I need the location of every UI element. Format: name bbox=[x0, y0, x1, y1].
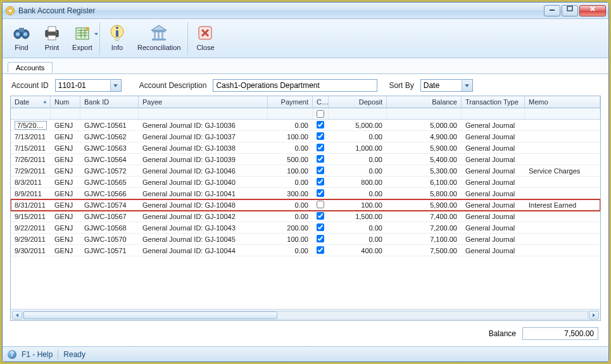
help-icon[interactable]: ? bbox=[8, 350, 16, 359]
cell-bankid: GJWC-10565 bbox=[80, 178, 139, 187]
table-row[interactable]: 8/9/2011GENJGJWC-10566General Journal ID… bbox=[11, 188, 600, 199]
clr-checkbox[interactable] bbox=[317, 246, 324, 254]
window-controls bbox=[544, 5, 606, 16]
reconciliation-button[interactable]: Reconciliation bbox=[132, 21, 186, 53]
cell-num: GENJ bbox=[51, 223, 80, 232]
info-button[interactable]: Info bbox=[102, 21, 132, 53]
col-bankid[interactable]: Bank ID bbox=[80, 96, 139, 108]
export-button[interactable]: Export bbox=[67, 21, 98, 53]
chevron-down-icon[interactable] bbox=[462, 80, 472, 91]
col-num[interactable]: Num bbox=[51, 96, 80, 108]
cell-payment: 0.00 bbox=[268, 201, 313, 210]
horizontal-scrollbar[interactable] bbox=[11, 309, 600, 320]
cell-balance: 5,900.00 bbox=[387, 201, 462, 210]
table-row[interactable]: 7/26/2011GENJGJWC-10564General Journal I… bbox=[11, 154, 600, 165]
table-row[interactable]: 9/15/2011GENJGJWC-10567General Journal I… bbox=[11, 211, 600, 222]
table-row[interactable]: 9/22/2011GENJGJWC-10568General Journal I… bbox=[11, 222, 600, 234]
clr-checkbox[interactable] bbox=[317, 212, 324, 220]
cell-bankid: GJWC-10566 bbox=[80, 189, 139, 198]
cell-num: GENJ bbox=[51, 178, 80, 187]
print-button[interactable]: Print bbox=[37, 21, 67, 53]
scroll-thumb[interactable] bbox=[23, 311, 277, 319]
cell-clr bbox=[313, 200, 329, 210]
help-hint[interactable]: F1 - Help bbox=[22, 350, 53, 359]
clr-checkbox[interactable] bbox=[317, 178, 324, 185]
maximize-button[interactable] bbox=[562, 5, 578, 16]
cell-memo bbox=[525, 250, 600, 251]
tab-accounts[interactable]: Accounts bbox=[8, 62, 53, 73]
close-button[interactable]: Close bbox=[190, 21, 220, 53]
sortby-combo[interactable] bbox=[420, 79, 473, 92]
table-row[interactable]: 7/29/2011GENJGJWC-10572General Journal I… bbox=[11, 165, 600, 177]
cell-deposit: 800.00 bbox=[329, 178, 387, 187]
cell-balance: 5,900.00 bbox=[387, 144, 462, 153]
app-icon bbox=[5, 6, 15, 16]
clr-checkbox[interactable] bbox=[317, 132, 324, 140]
clr-checkbox[interactable] bbox=[317, 155, 324, 163]
clr-checkbox[interactable] bbox=[317, 144, 324, 151]
close-window-button[interactable] bbox=[579, 5, 606, 16]
sortby-label: Sort By bbox=[389, 81, 413, 90]
col-clr[interactable]: Clr bbox=[313, 96, 329, 108]
clr-checkbox[interactable] bbox=[317, 235, 324, 242]
table-row[interactable]: 9/30/2011GENJGJWC-10571General Journal I… bbox=[11, 245, 600, 256]
chevron-down-icon[interactable] bbox=[94, 30, 99, 38]
clr-checkbox[interactable] bbox=[317, 189, 324, 197]
table-row[interactable]: 8/31/2011GENJGJWC-10574General Journal I… bbox=[11, 199, 600, 211]
account-id-input[interactable] bbox=[56, 80, 110, 91]
minimize-button[interactable] bbox=[544, 5, 560, 16]
cell-payment: 0.00 bbox=[268, 121, 313, 130]
cell-memo bbox=[525, 136, 600, 137]
status-text: Ready bbox=[63, 350, 85, 359]
cell-memo: Service Charges bbox=[525, 166, 600, 175]
cell-deposit: 0.00 bbox=[329, 155, 387, 164]
cell-bankid: GJWC-10570 bbox=[80, 235, 139, 244]
cell-ttype: General Journal bbox=[462, 235, 525, 244]
clr-checkbox[interactable] bbox=[317, 166, 324, 174]
col-balance[interactable]: Balance bbox=[387, 96, 462, 108]
col-payee[interactable]: Payee bbox=[139, 96, 268, 108]
table-row[interactable]: 7/5/2011GENJGJWC-10561General Journal ID… bbox=[11, 120, 600, 131]
cell-memo bbox=[525, 216, 600, 217]
col-date[interactable]: Date bbox=[11, 96, 51, 108]
cell-balance: 5,400.00 bbox=[387, 155, 462, 164]
chevron-down-icon[interactable] bbox=[110, 80, 121, 91]
find-button[interactable]: Find bbox=[6, 21, 37, 53]
cell-deposit: 1,000.00 bbox=[329, 144, 387, 153]
col-payment[interactable]: Payment bbox=[268, 96, 313, 108]
balance-label: Balance bbox=[489, 329, 516, 338]
balance-value[interactable] bbox=[522, 327, 598, 340]
cell-num: GENJ bbox=[51, 246, 80, 255]
cell-memo: Interest Earned bbox=[525, 201, 600, 210]
col-ttype[interactable]: Transaction Type bbox=[462, 96, 525, 108]
cell-payee: General Journal ID: GJ-10039 bbox=[139, 155, 268, 164]
cell-payment: 100.00 bbox=[268, 166, 313, 175]
cell-ttype: General Journal bbox=[462, 212, 525, 221]
scroll-left-arrow[interactable] bbox=[12, 311, 22, 320]
table-row[interactable]: 7/13/2011GENJGJWC-10562General Journal I… bbox=[11, 131, 600, 142]
cell-clr bbox=[313, 166, 329, 176]
account-desc-input[interactable] bbox=[213, 79, 377, 92]
table-row[interactable]: 8/3/2011GENJGJWC-10565General Journal ID… bbox=[11, 177, 600, 188]
scroll-track[interactable] bbox=[23, 311, 588, 320]
sortby-input[interactable] bbox=[421, 80, 462, 91]
table-row[interactable]: 7/15/2011GENJGJWC-10563General Journal I… bbox=[11, 142, 600, 154]
clr-checkbox[interactable] bbox=[317, 201, 324, 208]
col-deposit[interactable]: Deposit bbox=[329, 96, 387, 108]
cell-balance: 7,100.00 bbox=[387, 235, 462, 244]
table-row[interactable]: 9/29/2011GENJGJWC-10570General Journal I… bbox=[11, 234, 600, 245]
svg-rect-6 bbox=[19, 28, 24, 32]
cell-payment: 100.00 bbox=[268, 132, 313, 141]
cell-payment: 100.00 bbox=[268, 235, 313, 244]
cell-deposit: 0.00 bbox=[329, 132, 387, 141]
cell-payment: 0.00 bbox=[268, 212, 313, 221]
filter-clr-checkbox[interactable] bbox=[317, 110, 324, 118]
scroll-right-arrow[interactable] bbox=[589, 311, 599, 320]
cell-clr bbox=[313, 211, 329, 222]
account-id-combo[interactable] bbox=[55, 79, 122, 92]
clr-checkbox[interactable] bbox=[317, 223, 324, 231]
clr-checkbox[interactable] bbox=[317, 121, 324, 129]
cell-ttype: General Journal bbox=[462, 155, 525, 164]
cell-clr bbox=[313, 189, 329, 199]
col-memo[interactable]: Memo bbox=[525, 96, 600, 108]
